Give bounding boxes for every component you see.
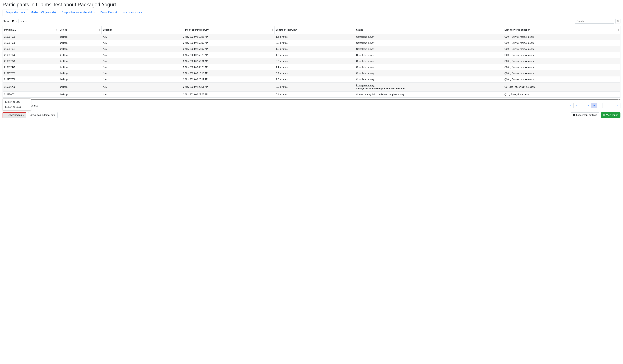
table-row[interactable]: 216956761desktopN/A3 Nov 2023 02:27:03 A… bbox=[3, 92, 621, 98]
cell-participant-id: 216957589 bbox=[3, 77, 58, 82]
cell-location: N/A bbox=[102, 82, 182, 92]
cell-time: 3 Nov 2023 03:10:10 AM bbox=[182, 70, 274, 77]
tab-label: Median LOI (seconds) bbox=[31, 11, 56, 14]
export-menu: Export as .csvExport as .xlsx bbox=[2, 99, 31, 111]
cell-status: Opened survey link, but did not complete… bbox=[355, 92, 503, 98]
cell-device: desktop bbox=[58, 40, 101, 46]
table-row[interactable]: 216957507desktopN/A3 Nov 2023 03:10:10 A… bbox=[3, 70, 621, 77]
search-input[interactable] bbox=[575, 19, 614, 23]
cell-location: N/A bbox=[102, 40, 182, 46]
cell-loi: 0.9 minutes bbox=[274, 70, 355, 77]
column-header[interactable]: Location▲▼ bbox=[102, 26, 182, 34]
column-label: Time of opening survey bbox=[183, 29, 209, 31]
download-as-button[interactable]: Download as ▼ bbox=[2, 112, 26, 118]
table-row[interactable]: 216957072desktopN/A3 Nov 2023 02:58:29 A… bbox=[3, 52, 621, 58]
cell-device: desktop bbox=[58, 82, 101, 92]
column-label: Last answered question bbox=[505, 29, 530, 31]
view-report-button[interactable]: View report bbox=[601, 112, 621, 118]
page-ellipsis: … bbox=[602, 103, 609, 108]
cell-location: N/A bbox=[102, 70, 182, 77]
sort-icon: ▲▼ bbox=[272, 29, 273, 31]
entries-select[interactable]: 10 bbox=[10, 19, 19, 23]
cell-last-question: Q20: _ Survey improvements bbox=[503, 58, 620, 64]
table-row[interactable]: 216957473desktopN/A3 Nov 2023 03:08:28 A… bbox=[3, 64, 621, 70]
page-nav[interactable]: ‹ bbox=[574, 103, 579, 108]
gear-icon bbox=[617, 20, 619, 22]
cell-last-question: Q20: _ Survey improvements bbox=[503, 77, 620, 82]
cell-location: N/A bbox=[102, 77, 182, 82]
column-header[interactable]: Last answered question▲▼ bbox=[503, 26, 620, 34]
show-label-pre: Show bbox=[2, 20, 9, 23]
page-nav[interactable]: › bbox=[609, 103, 615, 108]
cell-device: desktop bbox=[58, 46, 101, 52]
plus-icon: ＋ bbox=[123, 11, 125, 14]
cell-location: N/A bbox=[102, 34, 182, 40]
tab-add-new-pivot[interactable]: ＋Add new pivot bbox=[120, 9, 145, 16]
cell-location: N/A bbox=[102, 64, 182, 70]
sort-icon: ▲▼ bbox=[500, 29, 502, 31]
column-header[interactable]: Status▲▼ bbox=[355, 26, 503, 34]
table-row[interactable]: 216957589desktopN/A3 Nov 2023 03:20:17 A… bbox=[3, 77, 621, 82]
sort-icon: ▲▼ bbox=[99, 29, 100, 31]
table-row[interactable]: 216957078desktopN/A3 Nov 2023 02:59:31 A… bbox=[3, 58, 621, 64]
pagination: «‹…567…›» bbox=[568, 103, 621, 108]
cell-loi: 0.1 minutes bbox=[274, 92, 355, 98]
column-header[interactable]: Device▲▼ bbox=[58, 26, 101, 34]
cell-device: desktop bbox=[58, 64, 101, 70]
export-option[interactable]: Export as .xlsx bbox=[3, 104, 31, 110]
page-nav[interactable]: « bbox=[568, 103, 574, 108]
cell-last-question: Q1: _ Survey Introduction bbox=[503, 92, 620, 98]
tab-respondent-data[interactable]: Respondent data bbox=[2, 9, 28, 16]
cell-status: Incomplete surveyAverage duration on con… bbox=[355, 82, 503, 92]
tab-label: Drop-off report bbox=[100, 11, 117, 14]
column-header[interactable]: Length of interview▲▼ bbox=[274, 26, 355, 34]
tab-label: Add new pivot bbox=[126, 11, 142, 14]
cell-participant-id: 216957473 bbox=[3, 64, 58, 70]
cell-status: Completed survey bbox=[355, 64, 503, 70]
column-header[interactable]: Time of opening survey▲▼ bbox=[182, 26, 274, 34]
cell-last-question: Q20: _ Survey improvements bbox=[503, 64, 620, 70]
table-row[interactable]: 216956760desktopN/A3 Nov 2023 02:26:51 A… bbox=[3, 82, 621, 92]
tab-respondent-counts-by-status[interactable]: Respondent counts by status bbox=[59, 9, 97, 16]
scroll-right-icon: ▶ bbox=[619, 99, 621, 101]
cell-device: desktop bbox=[58, 58, 101, 64]
column-label: Participa… bbox=[4, 29, 16, 31]
tab-drop-off-report[interactable]: Drop-off report bbox=[97, 9, 120, 16]
cell-location: N/A bbox=[102, 92, 182, 98]
cell-device: desktop bbox=[58, 52, 101, 58]
page-7[interactable]: 7 bbox=[597, 103, 602, 108]
cell-status: Completed survey bbox=[355, 52, 503, 58]
cell-loi: 2.3 minutes bbox=[274, 77, 355, 82]
upload-external-data-button[interactable]: Upload external data bbox=[28, 112, 58, 118]
column-header[interactable]: Participa…▲▼ bbox=[3, 26, 58, 34]
cell-time: 3 Nov 2023 02:27:03 AM bbox=[182, 92, 274, 98]
settings-gear-button[interactable] bbox=[615, 19, 621, 24]
tab-median-loi-seconds-[interactable]: Median LOI (seconds) bbox=[28, 9, 59, 16]
tabs: Respondent dataMedian LOI (seconds)Respo… bbox=[2, 9, 621, 16]
cell-participant-id: 216957507 bbox=[3, 70, 58, 77]
cell-location: N/A bbox=[102, 46, 182, 52]
export-option[interactable]: Export as .csv bbox=[3, 100, 31, 104]
page-5[interactable]: 5 bbox=[586, 103, 591, 108]
cell-location: N/A bbox=[102, 52, 182, 58]
table-row[interactable]: 216957064desktopN/A3 Nov 2023 02:57:07 A… bbox=[3, 46, 621, 52]
horizontal-scrollbar[interactable]: ◀ ▶ bbox=[2, 99, 621, 101]
table-row[interactable]: 216957056desktopN/A3 Nov 2023 02:56:07 A… bbox=[3, 40, 621, 46]
tab-label: Respondent data bbox=[5, 11, 25, 14]
cell-time: 3 Nov 2023 02:55:26 AM bbox=[182, 34, 274, 40]
table-row[interactable]: 216957050desktopN/A3 Nov 2023 02:55:26 A… bbox=[3, 34, 621, 40]
sort-icon: ▲▼ bbox=[56, 29, 57, 31]
cell-status: Completed survey bbox=[355, 70, 503, 77]
page-6[interactable]: 6 bbox=[591, 103, 597, 108]
cell-last-question: Q20: _ Survey improvements bbox=[503, 70, 620, 77]
cell-time: 3 Nov 2023 02:59:31 AM bbox=[182, 58, 274, 64]
column-label: Status bbox=[356, 29, 363, 31]
cell-status: Completed survey bbox=[355, 58, 503, 64]
cell-device: desktop bbox=[58, 92, 101, 98]
page-title: Participants in Claims Test about Packag… bbox=[2, 2, 621, 8]
cell-participant-id: 216957050 bbox=[3, 34, 58, 40]
cell-last-question: Q2: Block of conjoint questions bbox=[503, 82, 620, 92]
page-nav[interactable]: » bbox=[615, 103, 620, 108]
experiment-settings-button[interactable]: Experiment settings bbox=[571, 112, 599, 118]
cell-time: 3 Nov 2023 02:58:29 AM bbox=[182, 52, 274, 58]
